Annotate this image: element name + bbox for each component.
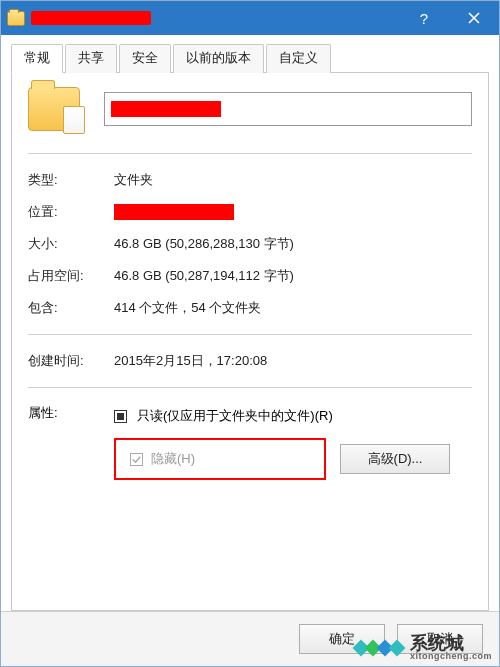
- separator: [28, 387, 472, 388]
- help-button[interactable]: ?: [399, 1, 449, 35]
- row-size-on-disk: 占用空间: 46.8 GB (50,287,194,112 字节): [28, 260, 472, 292]
- advanced-button[interactable]: 高级(D)...: [340, 444, 450, 474]
- ok-button[interactable]: 确定: [299, 624, 385, 654]
- cancel-button[interactable]: 取消: [397, 624, 483, 654]
- dialog-footer: 确定 取消: [1, 611, 499, 666]
- row-location: 位置:: [28, 196, 472, 228]
- window-title-redacted: [31, 11, 151, 25]
- attributes-label: 属性:: [28, 404, 114, 422]
- general-panel: 类型: 文件夹 位置: 大小: 46.8 GB (50,286,288,130 …: [11, 73, 489, 611]
- close-button[interactable]: [449, 1, 499, 35]
- tab-previous-versions[interactable]: 以前的版本: [173, 44, 264, 73]
- row-size: 大小: 46.8 GB (50,286,288,130 字节): [28, 228, 472, 260]
- created-label: 创建时间:: [28, 352, 114, 370]
- tab-general[interactable]: 常规: [11, 44, 63, 73]
- hidden-label: 隐藏(H): [151, 450, 195, 468]
- size-value: 46.8 GB (50,286,288,130 字节): [114, 235, 294, 253]
- tab-security[interactable]: 安全: [119, 44, 171, 73]
- properties-dialog: ? 常规 共享 安全 以前的版本 自定义 类型: 文件夹: [0, 0, 500, 667]
- hidden-attribute-highlight: 隐藏(H): [114, 438, 326, 480]
- type-value: 文件夹: [114, 171, 153, 189]
- tab-customize[interactable]: 自定义: [266, 44, 331, 73]
- row-contains: 包含: 414 个文件，54 个文件夹: [28, 292, 472, 324]
- tab-strip: 常规 共享 安全 以前的版本 自定义: [11, 43, 489, 73]
- location-label: 位置:: [28, 203, 114, 221]
- separator: [28, 334, 472, 335]
- check-icon: [131, 454, 142, 465]
- size-on-disk-label: 占用空间:: [28, 267, 114, 285]
- readonly-checkbox[interactable]: [114, 410, 127, 423]
- contains-value: 414 个文件，54 个文件夹: [114, 299, 261, 317]
- size-on-disk-value: 46.8 GB (50,287,194,112 字节): [114, 267, 294, 285]
- hidden-checkbox[interactable]: [130, 453, 143, 466]
- titlebar: ?: [1, 1, 499, 35]
- folder-large-icon: [28, 87, 80, 131]
- contains-label: 包含:: [28, 299, 114, 317]
- folder-icon: [7, 11, 25, 26]
- tab-sharing[interactable]: 共享: [65, 44, 117, 73]
- type-label: 类型:: [28, 171, 114, 189]
- folder-name-redacted: [111, 101, 221, 117]
- row-type: 类型: 文件夹: [28, 164, 472, 196]
- location-value-redacted: [114, 204, 234, 220]
- row-created: 创建时间: 2015年2月15日，17:20:08: [28, 345, 472, 377]
- size-label: 大小:: [28, 235, 114, 253]
- tabs-region: 常规 共享 安全 以前的版本 自定义: [1, 35, 499, 73]
- folder-name-input[interactable]: [104, 92, 472, 126]
- created-value: 2015年2月15日，17:20:08: [114, 352, 267, 370]
- close-icon: [468, 12, 480, 24]
- separator: [28, 153, 472, 154]
- readonly-label: 只读(仅应用于文件夹中的文件)(R): [137, 407, 333, 425]
